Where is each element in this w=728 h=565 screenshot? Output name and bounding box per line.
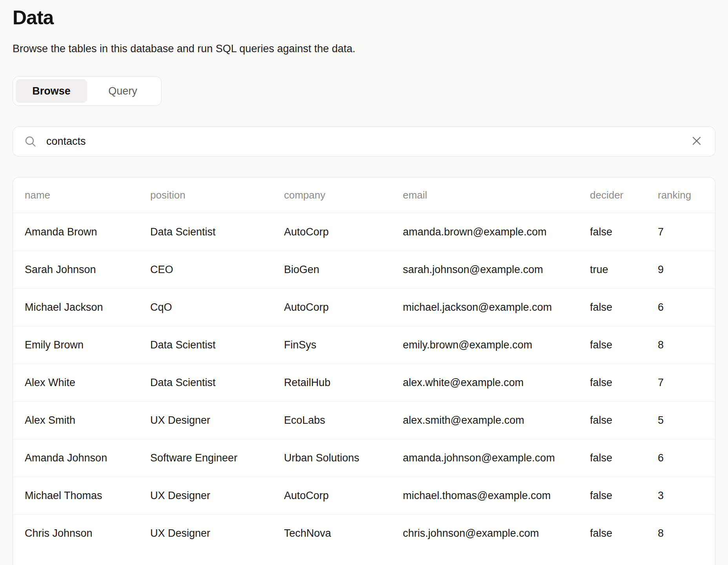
cell-ranking: 6 [658, 289, 715, 326]
data-page: Data Browse the tables in this database … [0, 0, 728, 565]
contacts-table: name position company email decider rank… [13, 177, 715, 565]
cell-name: Alex White [13, 364, 150, 401]
cell-company: FinSys [284, 326, 403, 364]
column-header-position: position [150, 177, 284, 213]
table-row[interactable]: Amanda Johnson Software Engineer Urban S… [13, 439, 715, 477]
cell-ranking: 8 [658, 515, 715, 552]
column-header-decider: decider [590, 177, 658, 213]
cell-decider: false [590, 213, 658, 251]
cell-name: Michael Thomas [13, 477, 150, 514]
cell-name: Amanda Brown [13, 213, 150, 251]
cell-ranking: 7 [658, 364, 715, 401]
cell-name: Emily Brown [13, 326, 150, 364]
cell-name: Sarah Johnson [13, 251, 150, 288]
cell-decider: false [590, 477, 658, 514]
cell-decider: false [590, 439, 658, 477]
cell-company: AutoCorp [284, 477, 403, 514]
table-row[interactable]: Alex Smith UX Designer EcoLabs alex.smit… [13, 401, 715, 439]
cell-company: RetailHub [284, 364, 403, 401]
cell-company: EcoLabs [284, 402, 403, 439]
table-row[interactable]: Amanda Brown Data Scientist AutoCorp ama… [13, 213, 715, 251]
page-title: Data [13, 0, 715, 29]
cell-name: Alex Smith [13, 402, 150, 439]
cell-ranking: 5 [658, 402, 715, 439]
cell-name: Michael Jackson [13, 289, 150, 326]
tab-query[interactable]: Query [87, 79, 158, 103]
column-header-email: email [403, 177, 590, 213]
cell-decider: false [590, 364, 658, 401]
column-header-name: name [13, 177, 150, 213]
cell-position: Data Scientist [150, 213, 284, 251]
cell-email: chris.johnson@example.com [403, 515, 590, 552]
column-header-ranking: ranking [658, 177, 715, 213]
cell-ranking: 7 [658, 213, 715, 251]
table-row[interactable]: Michael Thomas UX Designer AutoCorp mich… [13, 477, 715, 514]
cell-ranking: 3 [658, 477, 715, 514]
close-icon [691, 135, 703, 148]
cell-ranking: 8 [658, 326, 715, 364]
cell-ranking: 9 [658, 251, 715, 288]
cell-company: AutoCorp [284, 289, 403, 326]
table-row[interactable]: Emily Brown Data Scientist FinSys emily.… [13, 326, 715, 364]
cell-position: Data Scientist [150, 364, 284, 401]
cell-email: michael.jackson@example.com [403, 289, 590, 326]
cell-company: BioGen [284, 251, 403, 288]
cell-position: UX Designer [150, 402, 284, 439]
cell-position: UX Designer [150, 515, 284, 552]
cell-position: Data Scientist [150, 326, 284, 364]
cell-decider: false [590, 515, 658, 552]
table-row[interactable]: Sarah Johnson CEO BioGen sarah.johnson@e… [13, 251, 715, 288]
cell-company: AutoCorp [284, 213, 403, 251]
clear-search-button[interactable] [689, 133, 704, 149]
cell-email: amanda.johnson@example.com [403, 439, 590, 477]
search-input[interactable] [46, 135, 689, 148]
cell-position: CqO [150, 289, 284, 326]
search-icon [24, 135, 37, 148]
cell-name: Amanda Johnson [13, 439, 150, 477]
cell-email: amanda.brown@example.com [403, 213, 590, 251]
cell-name: Chris Johnson [13, 515, 150, 552]
cell-decider: false [590, 326, 658, 364]
cell-company: TechNova [284, 515, 403, 552]
cell-decider: false [590, 289, 658, 326]
page-subtitle: Browse the tables in this database and r… [13, 42, 715, 56]
table-search-bar [13, 126, 715, 157]
table-row[interactable]: Chris Johnson UX Designer TechNova chris… [13, 514, 715, 552]
cell-company: Urban Solutions [284, 439, 403, 477]
cell-decider: true [590, 251, 658, 288]
cell-email: sarah.johnson@example.com [403, 251, 590, 288]
view-mode-tabs: Browse Query [13, 76, 162, 106]
cell-position: Software Engineer [150, 439, 284, 477]
cell-position: CEO [150, 251, 284, 288]
column-header-company: company [284, 177, 403, 213]
table-body: Amanda Brown Data Scientist AutoCorp ama… [13, 213, 715, 565]
table-row[interactable]: Alex White Data Scientist RetailHub alex… [13, 364, 715, 401]
cell-email: alex.white@example.com [403, 364, 590, 401]
cell-email: alex.smith@example.com [403, 402, 590, 439]
table-row[interactable]: Michael Jackson CqO AutoCorp michael.jac… [13, 288, 715, 326]
tab-browse[interactable]: Browse [16, 79, 87, 103]
cell-ranking: 6 [658, 439, 715, 477]
cell-email: emily.brown@example.com [403, 326, 590, 364]
cell-decider: false [590, 402, 658, 439]
cell-position: UX Designer [150, 477, 284, 514]
cell-email: michael.thomas@example.com [403, 477, 590, 514]
table-header-row: name position company email decider rank… [13, 177, 715, 213]
